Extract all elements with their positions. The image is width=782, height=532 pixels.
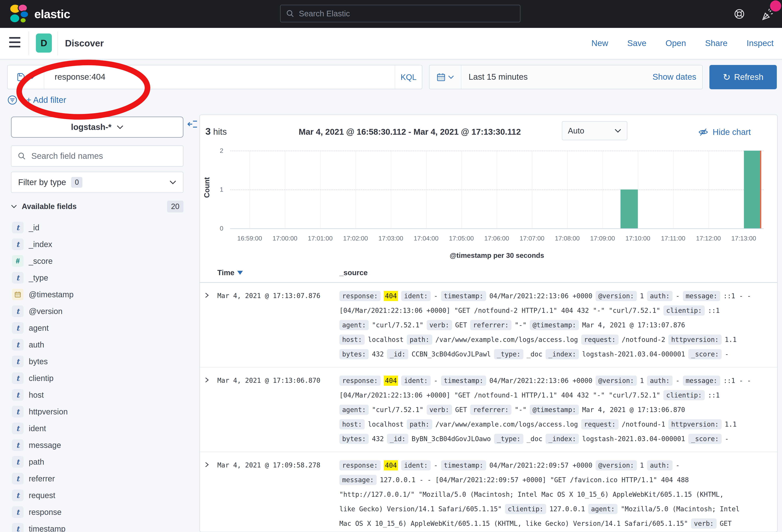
highlighted-value: 404 xyxy=(384,291,398,301)
field-item-response[interactable]: tresponse xyxy=(12,504,191,521)
refresh-button[interactable]: ↻ Refresh xyxy=(709,65,777,89)
field-item-message[interactable]: tmessage xyxy=(12,437,191,454)
string-field-icon: t xyxy=(12,389,24,401)
table-header: Time _source xyxy=(200,269,777,283)
field-item-auth[interactable]: tauth xyxy=(12,336,191,353)
query-input[interactable]: response:404 xyxy=(55,72,105,82)
column-header-source[interactable]: _source xyxy=(340,269,777,277)
filter-options-icon[interactable] xyxy=(7,95,17,105)
field-item-path[interactable]: tpath xyxy=(12,454,191,470)
field-value: 127.0.0.1 xyxy=(549,505,585,513)
x-axis-label: @timestamp per 30 seconds xyxy=(230,252,763,259)
search-icon xyxy=(286,9,294,18)
add-filter-button[interactable]: + Add filter xyxy=(26,95,66,105)
document-time: Mar 4, 2021 @ 17:13:06.870 xyxy=(217,373,340,446)
notification-badge xyxy=(770,0,781,11)
divider xyxy=(29,32,29,55)
field-item-_index[interactable]: t_index xyxy=(12,236,191,253)
field-value: GET xyxy=(455,321,467,329)
hits-count: 3 hits xyxy=(205,126,227,137)
field-item-_score[interactable]: #_score xyxy=(12,253,191,269)
grid-line xyxy=(230,189,763,190)
nav-link-open[interactable]: Open xyxy=(666,38,686,48)
field-value: - xyxy=(434,292,438,300)
string-field-icon: t xyxy=(12,490,24,501)
field-item-referrer[interactable]: treferrer xyxy=(12,470,191,487)
index-pattern-select[interactable]: logstash-* xyxy=(11,117,183,138)
show-dates-button[interactable]: Show dates xyxy=(652,72,696,82)
field-item-request[interactable]: trequest xyxy=(12,487,191,504)
field-name-badge: agent: xyxy=(340,405,369,415)
field-value: 127.0.0.1 - - [04/Mar/2021:22:09:57 +000… xyxy=(380,476,689,484)
document-row: Mar 4, 2021 @ 17:13:07.876 response:404i… xyxy=(200,283,777,368)
newsfeed-icon[interactable] xyxy=(760,9,774,22)
search-icon xyxy=(17,152,26,160)
field-value: CCBN_3cB04dGovJLPawl xyxy=(412,350,491,358)
column-header-time[interactable]: Time xyxy=(217,269,340,277)
top-app-bar: elastic Search Elastic xyxy=(0,0,782,28)
field-value: like Gecko) Version/14.1 Safari/605.1.15… xyxy=(340,505,502,513)
expand-row-icon[interactable] xyxy=(200,289,217,362)
field-name-badge: ident: xyxy=(401,291,430,301)
elastic-logo-icon[interactable] xyxy=(9,3,30,25)
nav-link-share[interactable]: Share xyxy=(705,38,727,48)
field-item-@version[interactable]: t@version xyxy=(12,303,191,319)
field-search-input[interactable]: Search field names xyxy=(11,146,183,166)
nav-link-new[interactable]: New xyxy=(592,38,608,48)
field-value: "curl/7.52.1" xyxy=(372,321,423,329)
chevron-down-icon xyxy=(614,128,621,133)
available-fields-header[interactable]: Available fields 20 xyxy=(11,200,183,213)
field-value: _doc xyxy=(527,435,542,443)
grid-line xyxy=(230,151,763,151)
field-name-badge: message: xyxy=(683,291,720,301)
field-item-_type[interactable]: t_type xyxy=(12,269,191,286)
chart-time-range-title: Mar 4, 2021 @ 16:58:30.112 - Mar 4, 2021… xyxy=(265,127,554,137)
field-value: "-" xyxy=(514,321,527,329)
field-value: logstash-2021.03.04-000001 xyxy=(582,350,685,358)
chevron-down-icon xyxy=(448,75,454,79)
help-icon[interactable] xyxy=(733,8,746,20)
expand-row-icon[interactable] xyxy=(200,458,217,531)
field-item-agent[interactable]: tagent xyxy=(12,319,191,336)
field-item-@timestamp[interactable]: @timestamp xyxy=(12,286,191,303)
histogram-bar[interactable] xyxy=(744,151,761,228)
field-name-badge: host: xyxy=(340,335,365,345)
expand-row-icon[interactable] xyxy=(200,373,217,446)
field-name-badge: request: xyxy=(581,419,618,429)
field-value: [04/Mar/2021:22:13:06 +0000] "GET /notfo… xyxy=(340,307,660,314)
field-value: localhost xyxy=(368,420,403,428)
field-name-badge: _id: xyxy=(387,349,408,359)
time-range-value[interactable]: Last 15 minutes xyxy=(469,72,528,82)
string-field-icon: t xyxy=(12,322,24,334)
field-item-timestamp[interactable]: ttimestamp xyxy=(12,521,191,532)
document-time: Mar 4, 2021 @ 17:13:07.876 xyxy=(217,289,340,362)
field-item-ident[interactable]: tident xyxy=(12,420,191,437)
nav-link-save[interactable]: Save xyxy=(627,38,646,48)
date-quick-select-button[interactable] xyxy=(429,65,461,89)
field-name-badge: response: xyxy=(340,460,381,470)
chevron-down-icon xyxy=(117,125,123,129)
field-value: localhost xyxy=(368,336,403,343)
saved-query-menu-button[interactable] xyxy=(8,65,44,89)
string-field-icon: t xyxy=(12,372,24,384)
field-value: Mar 4, 2021 @ 17:13:07.876 xyxy=(582,321,685,329)
field-value: 1 xyxy=(640,377,644,385)
hide-chart-button[interactable]: Hide chart xyxy=(698,127,751,138)
interval-select[interactable]: Auto xyxy=(562,121,627,140)
field-item-bytes[interactable]: tbytes xyxy=(12,353,191,370)
menu-icon[interactable] xyxy=(9,37,20,49)
field-name-badge: timestamp: xyxy=(441,460,486,470)
collapse-sidebar-icon[interactable] xyxy=(187,119,198,129)
query-language-button[interactable]: KQL xyxy=(395,65,422,89)
app-badge[interactable]: D xyxy=(36,34,52,52)
histogram-chart[interactable] xyxy=(230,151,763,228)
field-item-_id[interactable]: t_id xyxy=(12,219,191,236)
nav-link-inspect[interactable]: Inspect xyxy=(747,38,774,48)
field-value: 04/Mar/2021:22:13:06 +0000 xyxy=(489,292,592,300)
filter-by-type-select[interactable]: Filter by type 0 xyxy=(11,172,183,193)
global-search-input[interactable]: Search Elastic xyxy=(280,5,521,22)
histogram-bar[interactable] xyxy=(620,189,638,228)
field-item-host[interactable]: thost xyxy=(12,386,191,403)
field-item-clientip[interactable]: tclientip xyxy=(12,370,191,386)
field-item-httpversion[interactable]: thttpversion xyxy=(12,403,191,420)
